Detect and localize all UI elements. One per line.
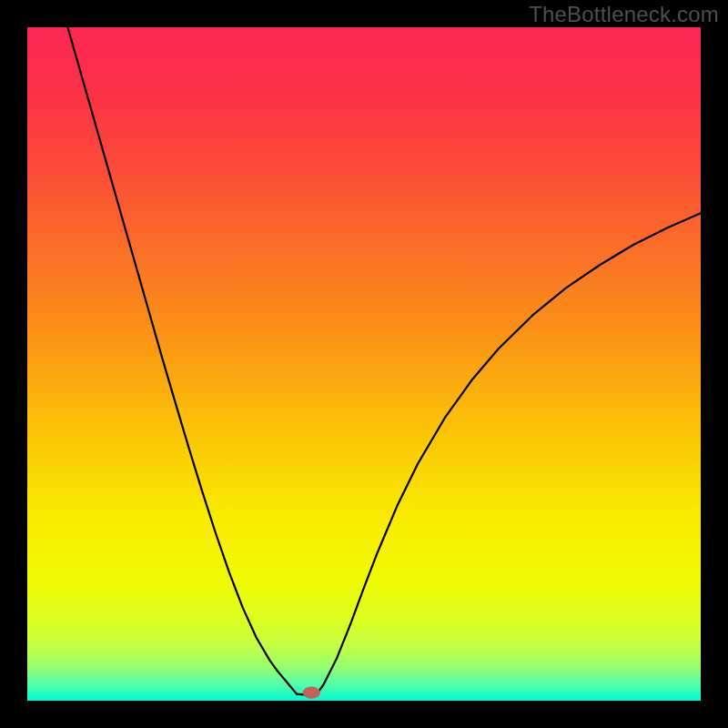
gradient-background [27, 27, 701, 701]
minimum-marker [303, 686, 320, 698]
chart-frame: TheBottleneck.com [0, 0, 728, 728]
bottleneck-chart [27, 27, 701, 701]
watermark-text: TheBottleneck.com [529, 2, 719, 27]
plot-area [27, 27, 701, 701]
